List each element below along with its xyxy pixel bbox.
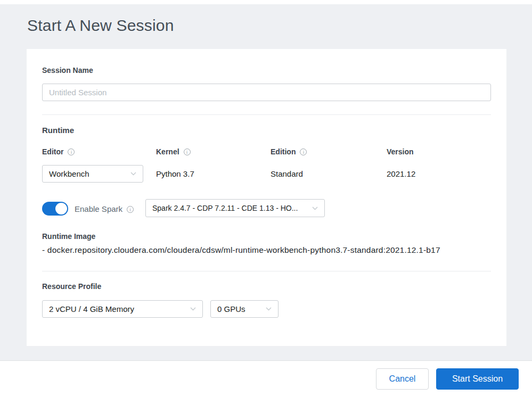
session-name-label: Session Name xyxy=(42,66,93,75)
version-value: 2021.12 xyxy=(387,169,415,178)
enable-spark-toggle[interactable] xyxy=(42,202,68,216)
chevron-down-icon xyxy=(130,172,136,176)
resource-profile-label: Resource Profile xyxy=(42,282,101,291)
editor-select[interactable]: Workbench xyxy=(42,165,143,183)
kernel-value: Python 3.7 xyxy=(156,169,194,178)
edition-info-icon[interactable]: i xyxy=(300,148,307,155)
kernel-label: Kerneli xyxy=(156,147,191,156)
version-label: Version xyxy=(387,147,414,156)
divider xyxy=(42,114,491,115)
spark-version-select[interactable]: Spark 2.4.7 - CDP 7.2.11 - CDE 1.13 - HO… xyxy=(145,199,325,217)
footer-bar: Cancel Start Session xyxy=(0,360,532,396)
session-form-card: Session Name Runtime Editori Kerneli Edi… xyxy=(27,49,506,346)
cpu-memory-select[interactable]: 2 vCPU / 4 GiB Memory xyxy=(42,300,203,318)
session-name-input[interactable] xyxy=(42,84,491,101)
gpu-select[interactable]: 0 GPUs xyxy=(210,300,279,318)
runtime-image-value: - docker.repository.cloudera.com/clouder… xyxy=(42,245,440,255)
page-title: Start A New Session xyxy=(27,16,174,35)
editor-label: Editori xyxy=(42,147,75,156)
toggle-knob xyxy=(55,203,67,214)
runtime-image-label: Runtime Image xyxy=(42,232,95,241)
chevron-down-icon xyxy=(266,307,272,311)
start-session-button[interactable]: Start Session xyxy=(436,368,519,390)
chevron-down-icon xyxy=(190,307,196,311)
start-session-page: Start A New Session Session Name Runtime… xyxy=(0,0,532,396)
enable-spark-label: Enable Sparki xyxy=(75,204,134,213)
edition-value: Standard xyxy=(271,169,303,178)
cancel-button[interactable]: Cancel xyxy=(376,368,429,390)
runtime-section-label: Runtime xyxy=(42,126,74,135)
edition-label: Editioni xyxy=(271,147,307,156)
editor-info-icon[interactable]: i xyxy=(68,148,75,155)
divider xyxy=(42,271,491,271)
spark-info-icon[interactable]: i xyxy=(127,206,134,213)
kernel-info-icon[interactable]: i xyxy=(184,148,191,155)
chevron-down-icon xyxy=(312,207,318,210)
top-strip xyxy=(0,0,532,4)
